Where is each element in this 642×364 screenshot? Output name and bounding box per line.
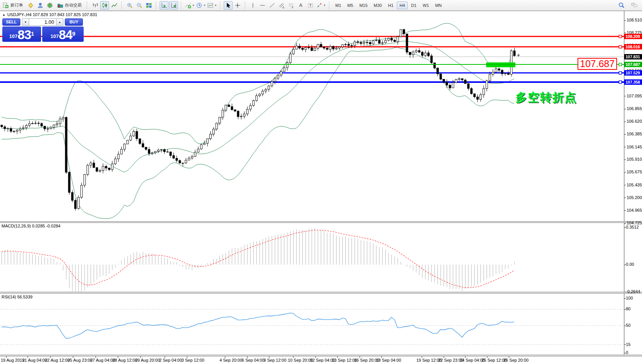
periods-button[interactable]: ▼ bbox=[196, 1, 206, 10]
price-axis-tick: 106.620 bbox=[627, 119, 642, 124]
channel-tool-button[interactable]: E bbox=[277, 1, 286, 10]
symbol-marker-icon: ▲ bbox=[2, 13, 5, 16]
rsi-axis-tick: 0 bbox=[626, 350, 628, 355]
time-axis-label: 25 Aug 23:00 bbox=[68, 358, 92, 362]
buy-price-big: 84 bbox=[59, 29, 72, 41]
price-badge: 107.529 bbox=[624, 70, 642, 76]
macd-indicator-label: MACD(12,26,9) 0.0285 -0.0284 bbox=[2, 224, 60, 228]
text-tool-icon: A bbox=[298, 2, 304, 8]
crosshair-tool-button[interactable] bbox=[233, 1, 242, 10]
line-chart-button[interactable] bbox=[110, 1, 119, 10]
timeframe-m1-button[interactable]: M1 bbox=[333, 2, 344, 9]
toolbar-separator bbox=[329, 2, 331, 9]
price-axis-tickmark bbox=[624, 122, 626, 122]
chevron-down-icon: ▼ bbox=[192, 4, 195, 7]
rsi-axis-tick: 15 bbox=[626, 342, 630, 347]
chart-shift-button[interactable] bbox=[169, 1, 178, 10]
new-order-button[interactable]: 新订单 bbox=[0, 1, 25, 10]
timeframe-h1-button[interactable]: H1 bbox=[385, 2, 396, 9]
price-axis-tick: 107.095 bbox=[627, 94, 642, 98]
text-tool-button[interactable]: A bbox=[297, 1, 305, 10]
buy-price-sup: 9 bbox=[72, 27, 75, 40]
cursor-tool-button[interactable] bbox=[224, 1, 233, 10]
timeframe-d1-button[interactable]: D1 bbox=[408, 2, 419, 9]
time-axis-label: 6 Sep 04:00 bbox=[242, 358, 264, 362]
macd-pane-separator[interactable] bbox=[0, 221, 642, 223]
volume-increase-button[interactable]: ▲ bbox=[56, 18, 63, 26]
sell-button[interactable]: SELL bbox=[2, 18, 20, 26]
sell-price-prefix: 107 bbox=[9, 32, 18, 41]
price-axis-tick: 106.145 bbox=[627, 145, 642, 149]
buy-button[interactable]: BUY bbox=[65, 18, 83, 26]
tile-windows-icon bbox=[146, 2, 152, 8]
sell-price-sup: 1 bbox=[31, 27, 34, 40]
price-axis-tickmark bbox=[624, 33, 626, 33]
vertical-line-tool-button[interactable] bbox=[249, 1, 257, 10]
rsi-pane-separator[interactable] bbox=[0, 292, 642, 293]
time-axis-label: 29 Aug 20:00 bbox=[135, 358, 160, 362]
zoom-out-button[interactable] bbox=[135, 1, 144, 10]
arrows-tool-button[interactable]: ▼ bbox=[316, 1, 326, 10]
macd-axis-tick: -0.2644 bbox=[626, 289, 640, 294]
label-tool-button[interactable]: T bbox=[306, 1, 315, 10]
data-window-button[interactable] bbox=[36, 1, 45, 10]
autotrading-label: 自动交易 bbox=[65, 2, 82, 8]
svg-text:T: T bbox=[310, 3, 312, 7]
rsi-axis-tick: 100 bbox=[626, 296, 633, 300]
timeframe-mn-button[interactable]: MN bbox=[432, 2, 444, 9]
time-axis-label: 26 Sep 20:00 bbox=[503, 358, 528, 362]
candlestick-chart-icon bbox=[102, 2, 108, 8]
data-window-icon bbox=[37, 2, 43, 8]
auto-scroll-button[interactable] bbox=[160, 1, 168, 10]
time-axis-label: 10 Sep 20:00 bbox=[288, 358, 313, 362]
timeframe-h4-button[interactable]: H4 bbox=[397, 2, 408, 9]
cursor-icon bbox=[225, 2, 231, 8]
symbol-header: ▲ USDJPY-,H4 107.829 107.843 107.825 107… bbox=[2, 12, 97, 17]
navigator-icon bbox=[47, 2, 53, 8]
volume-decrease-button[interactable]: ▼ bbox=[22, 18, 29, 26]
market-watch-button[interactable] bbox=[26, 1, 35, 10]
toolbar-separator bbox=[87, 2, 89, 9]
chart-canvas[interactable] bbox=[0, 0, 642, 364]
horizontal-line-icon bbox=[259, 2, 266, 8]
candlestick-chart-button[interactable] bbox=[100, 1, 109, 10]
pivot-annotation-text[interactable]: 多空转折点 bbox=[515, 90, 577, 105]
zoom-in-button[interactable] bbox=[125, 1, 134, 10]
price-badge: 108.209 bbox=[624, 34, 642, 39]
crosshair-icon bbox=[234, 2, 241, 8]
time-axis-label: 19 Aug 2019 bbox=[1, 358, 25, 362]
auto-scroll-icon bbox=[161, 2, 167, 8]
bar-chart-button[interactable] bbox=[91, 1, 99, 10]
price-callout-box[interactable]: 107.687 bbox=[578, 58, 617, 70]
fibonacci-tool-button[interactable]: F bbox=[287, 1, 296, 10]
search-button[interactable] bbox=[617, 1, 626, 9]
navigator-button[interactable] bbox=[45, 1, 54, 10]
chevron-down-icon: ▼ bbox=[203, 4, 206, 7]
time-axis-label: 22 Aug 12:00 bbox=[45, 358, 70, 362]
timeframe-m15-button[interactable]: M15 bbox=[356, 2, 370, 9]
tile-windows-button[interactable] bbox=[144, 1, 153, 10]
templates-button[interactable]: ▼ bbox=[207, 1, 217, 10]
volume-input[interactable] bbox=[29, 18, 56, 26]
time-axis-label: 2 Sep 04:00 bbox=[159, 358, 182, 362]
sell-price-quote[interactable]: 107831 bbox=[2, 26, 41, 42]
price-axis-tickmark bbox=[624, 160, 626, 160]
symbol-title: USDJPY-,H4 107.829 107.843 107.825 107.8… bbox=[7, 12, 97, 17]
price-axis-tickmark bbox=[624, 210, 626, 211]
time-axis-label: 21 Aug 04:00 bbox=[22, 358, 47, 362]
timeframe-m5-button[interactable]: M5 bbox=[345, 2, 356, 9]
timeframe-w1-button[interactable]: W1 bbox=[420, 2, 432, 9]
buy-price-quote[interactable]: 107849 bbox=[42, 26, 84, 42]
timeframe-m30-button[interactable]: M30 bbox=[371, 2, 385, 9]
price-axis-tickmark bbox=[624, 198, 626, 198]
indicators-button[interactable]: ▼ bbox=[185, 1, 195, 10]
price-axis-tickmark bbox=[624, 172, 626, 173]
autotrading-button[interactable]: 自动交易 bbox=[55, 1, 84, 10]
trendline-tool-button[interactable] bbox=[268, 1, 277, 10]
line-chart-icon bbox=[111, 2, 117, 8]
chart-shift-icon bbox=[171, 2, 177, 8]
time-axis-label: 25 Sep 12:00 bbox=[482, 358, 507, 362]
horizontal-line-tool-button[interactable] bbox=[258, 1, 267, 10]
price-badge: 108.016 bbox=[624, 44, 642, 49]
chat-button[interactable] bbox=[630, 1, 639, 9]
